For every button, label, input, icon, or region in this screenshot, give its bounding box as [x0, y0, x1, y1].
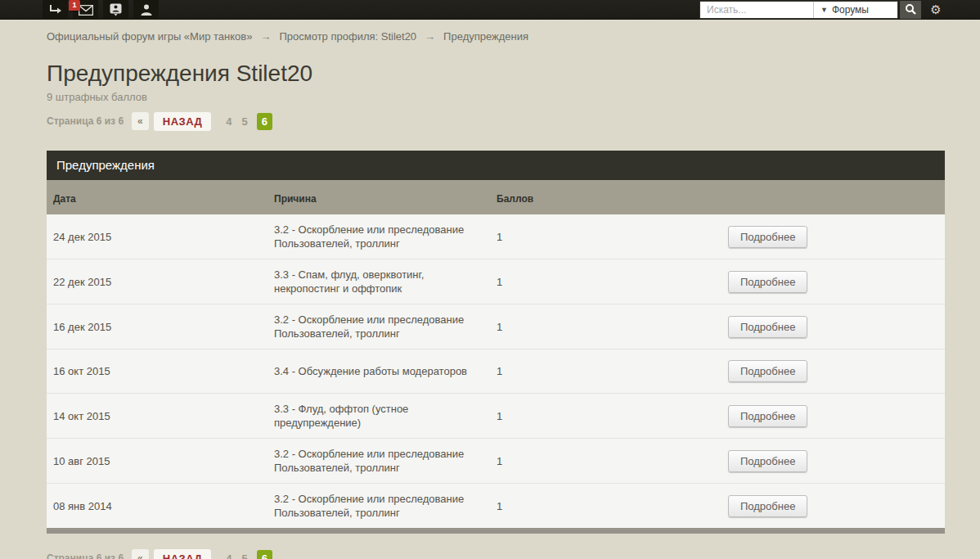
panel-title: Предупреждения [47, 151, 945, 180]
first-page-button[interactable]: « [132, 112, 149, 130]
warning-reason: 3.2 - Оскорбление или преследование Поль… [274, 447, 477, 475]
table-row: 22 дек 2015 3.3 - Спам, флуд, оверквотин… [47, 259, 945, 304]
page-link-4[interactable]: 4 [226, 552, 232, 559]
warning-points: 1 [497, 321, 724, 333]
page-title: Предупреждения Stilet20 [47, 61, 980, 87]
forward-arrow-button[interactable] [43, 0, 68, 20]
table-header-row: Дата Причина Баллов [47, 180, 945, 214]
page-head: Предупреждения Stilet20 9 штрафных балло… [47, 61, 980, 103]
warning-reason: 3.3 - Спам, флуд, оверквотинг, некропост… [274, 268, 477, 295]
column-header-date: Дата [47, 193, 274, 205]
table-row: 16 окт 2015 3.4 - Обсуждение работы моде… [47, 349, 945, 393]
warning-reason: 3.2 - Оскорбление или преследование Поль… [274, 492, 477, 520]
search-scope-label: Форумы [832, 4, 869, 16]
column-header-reason: Причина [274, 193, 497, 205]
contact-card-icon [110, 3, 122, 16]
search-button[interactable] [900, 1, 921, 19]
table-row: 16 дек 2015 3.2 - Оскорбление или пресле… [47, 304, 945, 349]
search-input[interactable] [700, 2, 813, 18]
actions-cell: Подробнее [724, 316, 945, 338]
table-row: 10 авг 2015 3.2 - Оскорбление или пресле… [47, 438, 945, 483]
warnings-rows: 24 дек 2015 3.2 - Оскорбление или пресле… [47, 214, 945, 528]
back-button[interactable]: НАЗАД [154, 549, 212, 559]
person-icon [140, 3, 153, 16]
details-button[interactable]: Подробнее [728, 360, 807, 382]
page-count-label: Страница 6 из 6 [47, 552, 124, 559]
forward-arrow-icon [49, 4, 62, 16]
search-box: ▼ Форумы [699, 1, 898, 19]
pagination-bottom: Страница 6 из 6 « НАЗАД 4 5 6 [47, 548, 980, 559]
warnings-panel: Предупреждения Дата Причина Баллов 24 де… [47, 151, 945, 534]
breadcrumb-warnings: Предупреждения [443, 30, 528, 43]
actions-cell: Подробнее [724, 495, 945, 517]
warning-date: 22 дек 2015 [47, 276, 274, 288]
warning-date: 16 окт 2015 [47, 365, 274, 377]
warning-reason: 3.3 - Флуд, оффтоп (устное предупреждени… [274, 402, 477, 430]
actions-cell: Подробнее [724, 360, 945, 382]
warning-date: 16 дек 2015 [47, 321, 274, 333]
warning-points: 1 [497, 276, 724, 288]
warning-points: 1 [497, 410, 724, 422]
message-count-badge: 1 [69, 0, 80, 11]
actions-cell: Подробнее [724, 226, 945, 248]
page-count-label: Страница 6 из 6 [47, 115, 124, 127]
current-page-badge: 6 [257, 550, 272, 559]
breadcrumb-arrow-icon: → [260, 30, 271, 43]
details-button[interactable]: Подробнее [728, 271, 807, 293]
search-scope-select[interactable]: ▼ Форумы [813, 2, 897, 18]
warning-date: 08 янв 2014 [47, 500, 274, 512]
page-link-5[interactable]: 5 [242, 115, 248, 128]
details-button[interactable]: Подробнее [728, 226, 807, 248]
details-button[interactable]: Подробнее [728, 405, 807, 427]
breadcrumb-forum-link[interactable]: Официальный форум игры «Мир танков» [47, 30, 252, 43]
warning-points: 1 [497, 455, 724, 467]
penalty-points-subtitle: 9 штрафных баллов [47, 91, 980, 103]
details-button[interactable]: Подробнее [728, 316, 807, 338]
warning-points: 1 [497, 365, 724, 377]
chevron-down-icon: ▼ [820, 6, 828, 14]
warning-date: 10 авг 2015 [47, 455, 274, 467]
search-icon [905, 3, 916, 17]
warning-points: 1 [497, 500, 724, 512]
table-row: 24 дек 2015 3.2 - Оскорбление или пресле… [47, 214, 945, 259]
warning-date: 24 дек 2015 [47, 231, 274, 243]
current-page-badge: 6 [257, 113, 272, 130]
contact-card-button[interactable] [103, 0, 128, 20]
warning-reason: 3.2 - Оскорбление или преследование Поль… [274, 223, 477, 250]
page-link-4[interactable]: 4 [226, 115, 232, 128]
pagination-top: Страница 6 из 6 « НАЗАД 4 5 6 [47, 111, 980, 131]
details-button[interactable]: Подробнее [728, 495, 807, 517]
breadcrumb-arrow-icon: → [425, 30, 435, 43]
actions-cell: Подробнее [724, 405, 945, 427]
back-button[interactable]: НАЗАД [154, 112, 212, 131]
page-link-5[interactable]: 5 [242, 552, 248, 559]
first-page-button[interactable]: « [132, 549, 149, 559]
messages-button[interactable]: 1 [73, 0, 98, 20]
topbar: 1 [0, 0, 980, 20]
warning-points: 1 [497, 231, 724, 243]
panel-footer-strip [47, 528, 945, 534]
warning-date: 14 окт 2015 [47, 410, 274, 422]
topbar-icons: 1 [43, 0, 159, 19]
column-header-points: Баллов [497, 193, 724, 205]
table-row: 08 янв 2014 3.2 - Оскорбление или пресле… [47, 483, 945, 528]
search-area: ▼ Форумы ⚙ [699, 0, 945, 20]
actions-cell: Подробнее [724, 450, 945, 472]
table-row: 14 окт 2015 3.3 - Флуд, оффтоп (устное п… [47, 393, 945, 438]
envelope-icon [79, 5, 93, 16]
warning-reason: 3.2 - Оскорбление или преследование Поль… [274, 313, 477, 340]
settings-button[interactable]: ⚙ [927, 0, 945, 20]
profile-button[interactable] [133, 0, 159, 20]
gear-icon: ⚙ [930, 2, 941, 16]
details-button[interactable]: Подробнее [728, 450, 807, 472]
warning-reason: 3.4 - Обсуждение работы модераторов [274, 364, 477, 378]
breadcrumb: Официальный форум игры «Мир танков» → Пр… [0, 20, 980, 43]
breadcrumb-profile-link[interactable]: Просмотр профиля: Stilet20 [279, 30, 416, 43]
actions-cell: Подробнее [724, 271, 945, 293]
